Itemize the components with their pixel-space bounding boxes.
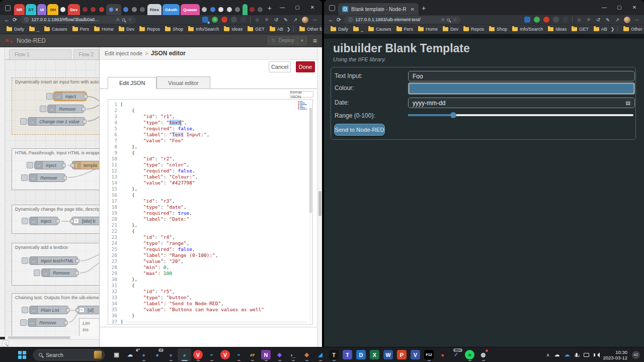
right-address-bar[interactable]: ⓘ 127.0.0.1:1883/uib-element-test/ A ☆ [344,16,461,24]
bookmarks-chevron-icon[interactable]: ❯ [287,27,291,32]
privacy-check-icon[interactable] [534,17,540,23]
bookmark-item[interactable]: GET [569,27,591,32]
code-line[interactable]: 23 "id": "r4", [108,234,312,240]
adblock-icon[interactable] [543,17,549,23]
history-icon[interactable]: ↺ [595,17,601,23]
back-button[interactable]: ← [4,17,10,23]
weather-taskbar-icon[interactable]: ☁6° [123,348,137,361]
tab-gray-1-icon[interactable] [201,4,208,15]
calendar-icon[interactable]: ▤ [626,100,630,106]
bookmark-item[interactable]: AB [591,27,610,32]
task-view-taskbar-icon[interactable]: ▣ [110,348,123,361]
inject-node[interactable]: →Remove [20,318,66,327]
cloud-icon[interactable]: ☁ [554,351,559,358]
tab-visual-editor[interactable]: Visual editor [156,76,210,88]
breadcrumb-parent[interactable]: Edit inject node [105,50,142,56]
text-input-field[interactable]: Foo [408,71,635,81]
extensions-icon[interactable]: ⌗ [586,17,592,23]
code-area[interactable]: 1[2 {3 "id": "r1",4 "type": "text",5 "re… [108,100,312,324]
read-aloud-icon[interactable]: A [441,17,444,22]
minimize-button[interactable]: — [597,0,612,15]
spotify-taskbar-icon[interactable]: ≈ [463,348,476,361]
edge-dev-taskbar-icon[interactable]: ◓ [205,348,218,361]
search-highlight-icon[interactable] [94,350,102,359]
inject-node[interactable]: →Plain List [22,306,68,314]
tab-oauth[interactable]: OAuth [163,4,180,15]
tab-darkred-1-icon[interactable] [81,4,89,15]
active-tab[interactable]: Blank template - Node-RED uibu ✕ [338,3,419,15]
code-line[interactable]: 15 }, [108,186,312,192]
code-line[interactable]: 20 "label": "Date:" [108,216,312,222]
bookmark-item[interactable]: Info/Search [186,27,221,32]
tab-red-3-icon[interactable] [98,4,105,15]
inject-trigger-button[interactable] [46,93,53,100]
volume-icon[interactable] [594,353,595,356]
bookmark-item[interactable]: Causes [366,27,394,32]
inject-node[interactable]: →inject [22,217,58,225]
tab-tab-green[interactable] [243,4,248,15]
code-line[interactable]: 16 { [108,192,312,198]
other-favourites[interactable]: Other favourites [297,27,322,32]
site-info-icon[interactable]: ⓘ [348,17,353,23]
tab-dt[interactable]: DT [26,4,36,15]
bookmark-item[interactable]: Home [92,27,116,32]
inject-trigger-button[interactable] [40,106,46,112]
code-line[interactable]: 18 "type": "date", [108,204,312,210]
code-line[interactable]: 28 "min": 0, [108,264,312,270]
tab-doc-1-icon[interactable] [217,4,225,15]
taskbar-clock[interactable]: 10:30 2023-03-12 [603,349,627,360]
code-line[interactable]: 3 "id": "r1", [108,114,312,120]
bookmark-item[interactable]: Pers [70,27,92,32]
inject-node[interactable]: →Change row 1 value [20,117,85,126]
tab-dev[interactable]: Dev [68,4,80,15]
code-line[interactable]: 24 "type": "range", [108,240,312,246]
extensions-icon[interactable]: ⌗ [264,17,270,23]
page-scrollbar[interactable] [317,47,322,347]
code-line[interactable]: 25 "required": false, [108,246,312,252]
tab-flow-1[interactable]: Flow 1 [9,49,71,59]
tab-search-icon[interactable] [5,5,11,11]
inject-trigger-button[interactable] [21,174,28,181]
tab-search-icon[interactable] [329,5,335,11]
purple-app-taskbar-icon[interactable]: ◆ [273,348,286,361]
inject-trigger-button[interactable] [27,162,33,168]
other-favourites[interactable]: Other favourites [621,27,644,32]
typora-taskbar-icon[interactable]: T [327,348,341,361]
tab-close-icon[interactable]: ✕ [115,8,119,12]
tab-gh[interactable]: GH [47,4,58,15]
tab-blue-1-icon[interactable] [122,4,130,15]
bookmark-item[interactable]: Daily [328,27,351,32]
minimize-button[interactable]: — [275,0,290,15]
code-line[interactable]: 6 "label": "Text Input:", [108,132,312,138]
share-icon[interactable]: ↗ [292,17,298,23]
bookmark-item[interactable]: Pers [394,27,416,32]
bookmark-item[interactable]: Ideas [545,27,569,32]
settings-more-icon[interactable]: ⋯ [634,17,640,23]
vivaldi-taskbar-icon[interactable]: V [191,348,205,361]
tab-dark-1-icon[interactable] [131,4,138,15]
code-line[interactable]: 10 "id": "r2", [108,156,312,162]
profile-avatar[interactable] [302,17,308,23]
code-line[interactable]: 7 "value": "Foo" [108,138,312,144]
share-icon[interactable]: ↗ [614,17,620,23]
app-purple-circle-taskbar-icon[interactable]: ● [137,348,150,361]
vivaldi-2-taskbar-icon[interactable]: V [218,348,232,361]
done-button[interactable]: Done [296,61,315,72]
word-taskbar-icon[interactable]: W [381,348,395,361]
refresh-button[interactable]: ⟳ [13,17,17,23]
privacy-check-icon[interactable]: ☆ [212,17,218,23]
history-icon[interactable]: ↺ [273,17,279,23]
template-node[interactable]: {templa [72,161,99,169]
inject-node[interactable]: →inject [46,92,86,101]
dark-extension-icon[interactable] [553,17,559,23]
colour-picker-field[interactable] [408,82,635,95]
zoom-search-button[interactable] [2,340,9,346]
code-line[interactable]: 17 "id": "r3", [108,198,312,204]
back-button[interactable]: ← [328,17,334,23]
tab-dark-2-icon[interactable] [139,4,146,15]
bookmark-item[interactable]: Home [416,27,440,32]
inject-trigger-button[interactable] [22,218,28,224]
inject-trigger-button[interactable] [34,269,40,276]
edit-icon[interactable]: ✎ [605,17,611,23]
main-menu-icon[interactable]: ≡ [313,37,317,45]
